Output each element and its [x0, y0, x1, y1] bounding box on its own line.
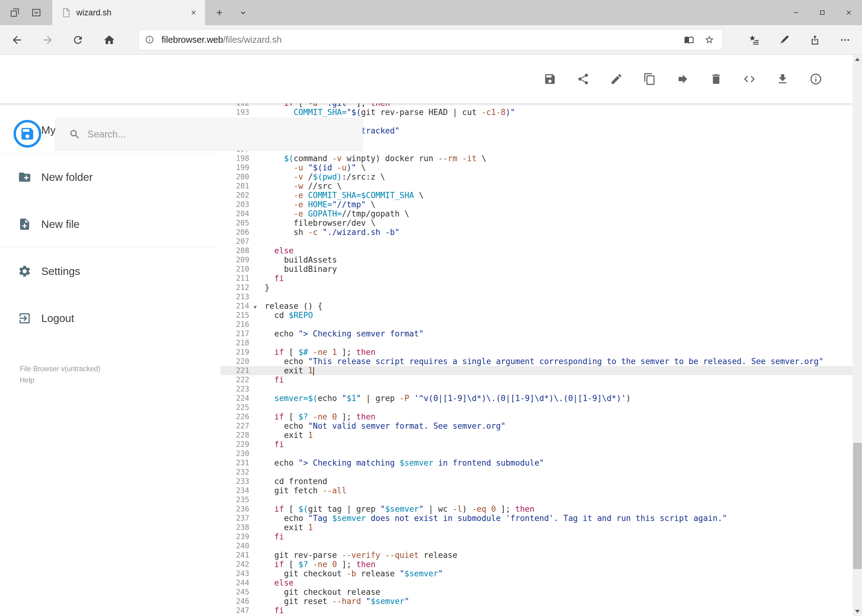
save-button[interactable] [539, 68, 561, 90]
code-line[interactable]: 221 exit 1 [221, 366, 853, 375]
line-number: 193 [221, 108, 257, 117]
search-input[interactable] [87, 129, 334, 140]
help-link[interactable]: Help [20, 375, 100, 386]
code-line[interactable]: 198 $(command -v winpty) docker run --rm… [221, 154, 853, 163]
delete-button[interactable] [705, 68, 727, 90]
code-line[interactable]: 220 echo "This release script requires a… [221, 357, 853, 366]
code-line[interactable]: 236 if [ $(git tag | grep "$semver" | wc… [221, 504, 853, 514]
tab-list-chevron-button[interactable] [235, 0, 252, 25]
sidebar-item-settings[interactable]: Settings [0, 248, 221, 295]
code-line[interactable]: 217 echo "> Checking semver format" [221, 329, 853, 338]
code-line[interactable]: 201 -w //src \ [221, 181, 853, 191]
sidebar-item-logout[interactable]: Logout [0, 295, 221, 342]
code-line[interactable]: 229 fi [221, 440, 853, 449]
code-line[interactable]: 215 cd $REPO [221, 311, 853, 320]
tab-close-icon[interactable] [188, 7, 199, 18]
code-line[interactable]: 242 if [ $? -ne 0 ]; then [221, 560, 853, 569]
code-line[interactable]: 228 exit 1 [221, 431, 853, 440]
code-line[interactable]: 233 cd frontend [221, 477, 853, 486]
share-button[interactable] [572, 68, 594, 90]
code-line[interactable]: 200 -v /$(pwd):/src:z \ [221, 172, 853, 181]
code-line[interactable]: 202 -e COMMIT_SHA=$COMMIT_SHA \ [221, 191, 853, 200]
code-line[interactable]: 211 fi [221, 274, 853, 283]
maximize-button[interactable] [809, 0, 835, 25]
code-line[interactable]: 206 sh -c "./wizard.sh -b" [221, 228, 853, 237]
code-line[interactable]: 192 if [ -d ".git" ]; then [221, 103, 853, 108]
code-line[interactable]: 193 COMMIT_SHA="$(git rev-parse HEAD | c… [221, 108, 853, 117]
info-button[interactable] [805, 68, 827, 90]
code-line[interactable]: 212} [221, 283, 853, 292]
tab-preview-button[interactable] [27, 0, 46, 25]
minimize-button[interactable] [783, 0, 809, 25]
code-line[interactable]: 222 fi [221, 375, 853, 384]
code-line[interactable]: 243 git checkout -b release "$semver" [221, 569, 853, 578]
page-scrollbar[interactable] [853, 55, 862, 616]
code-line[interactable]: 213 [221, 292, 853, 302]
code-line[interactable]: 210 buildBinary [221, 264, 853, 274]
code-line[interactable]: 246 git reset --hard "$semver" [221, 597, 853, 606]
code-line[interactable]: 204 -e GOPATH=//tmp/gopath \ [221, 209, 853, 218]
code-line[interactable]: 224 semver=$(echo "$1" | grep -P '^v(0|[… [221, 394, 853, 403]
back-button[interactable] [8, 25, 26, 55]
scroll-up-button[interactable] [853, 55, 862, 64]
code-line[interactable]: 239 fi [221, 532, 853, 541]
line-number: 227 [221, 421, 257, 431]
search-bar[interactable] [55, 118, 363, 151]
code-line[interactable]: 216 [221, 320, 853, 329]
new-tab-button[interactable] [211, 0, 229, 25]
code-button[interactable] [738, 68, 760, 90]
scroll-down-button[interactable] [853, 607, 862, 616]
forward-icon [41, 34, 54, 46]
code-line[interactable]: 245 git checkout release [221, 588, 853, 597]
code-line[interactable]: 237 echo "Tag $semver does not exist in … [221, 514, 853, 523]
refresh-button[interactable] [69, 25, 87, 55]
reading-view-icon[interactable] [684, 35, 694, 45]
line-number: 235 [221, 495, 257, 504]
sidebar-item-new-file[interactable]: New file [0, 201, 221, 248]
favorite-star-icon[interactable] [704, 35, 714, 45]
code-line[interactable]: 240 [221, 541, 853, 550]
move-button[interactable] [672, 68, 694, 90]
code-line[interactable]: 247 fi [221, 606, 853, 615]
code-line[interactable]: 223 [221, 384, 853, 394]
code-line[interactable]: 234 git fetch --all [221, 486, 853, 495]
forward-button[interactable] [39, 25, 57, 55]
code-line[interactable]: 209 buildAssets [221, 255, 853, 264]
close-button[interactable] [835, 0, 862, 25]
address-bar[interactable]: filebrowser.web/files/wizard.sh [139, 29, 723, 50]
code-line[interactable]: 232 [221, 467, 853, 477]
code-line[interactable]: 214▼release () { [221, 302, 853, 311]
site-info-icon[interactable] [145, 35, 154, 44]
code-line[interactable]: 205 filebrowser/dev \ [221, 218, 853, 228]
code-line[interactable]: 241 git rev-parse --verify --quiet relea… [221, 550, 853, 560]
more-options-button[interactable] [835, 25, 855, 55]
home-button[interactable] [100, 25, 118, 55]
code-line[interactable]: 219 if [ $# -ne 1 ]; then [221, 347, 853, 357]
filebrowser-logo[interactable] [13, 119, 42, 148]
share-page-button[interactable] [805, 25, 824, 55]
tabs-set-aside-button[interactable] [6, 0, 24, 25]
web-note-button[interactable] [775, 25, 794, 55]
code-line[interactable]: 225 [221, 403, 853, 412]
scrollbar-thumb[interactable] [853, 443, 862, 569]
rename-button[interactable] [605, 68, 627, 90]
code-line[interactable]: 231 echo "> Checking matching $semver in… [221, 458, 853, 467]
code-line[interactable]: 208 else [221, 246, 853, 255]
code-line[interactable]: 235 [221, 495, 853, 504]
code-editor[interactable]: 192 if [ -d ".git" ]; then193 COMMIT_SHA… [221, 103, 853, 616]
code-line[interactable]: 230 [221, 449, 853, 458]
sidebar-item-new-folder[interactable]: New folder [0, 154, 221, 201]
browser-tab[interactable]: wizard.sh [52, 0, 205, 25]
code-line[interactable]: 227 echo "Not valid semver format. See s… [221, 421, 853, 431]
code-line[interactable]: 207 [221, 237, 853, 246]
code-line[interactable]: 218 [221, 338, 853, 347]
line-number: 232 [221, 467, 257, 477]
download-button[interactable] [772, 68, 794, 90]
code-line[interactable]: 199 -u "$(id -u)" \ [221, 163, 853, 172]
code-line[interactable]: 226 if [ $? -ne 0 ]; then [221, 412, 853, 421]
code-line[interactable]: 238 exit 1 [221, 523, 853, 532]
copy-button[interactable] [638, 68, 661, 90]
hub-favorites-button[interactable] [744, 25, 764, 55]
code-line[interactable]: 203 -e HOME="//tmp" \ [221, 200, 853, 209]
code-line[interactable]: 244 else [221, 578, 853, 588]
